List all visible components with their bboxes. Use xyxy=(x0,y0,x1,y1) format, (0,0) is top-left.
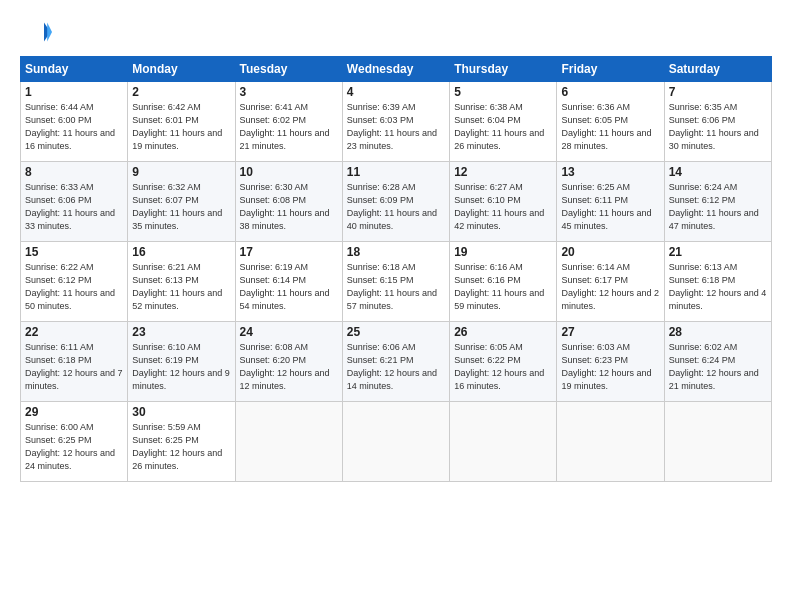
day-info: Sunrise: 6:27 AMSunset: 6:10 PMDaylight:… xyxy=(454,181,552,233)
day-number: 1 xyxy=(25,85,123,99)
table-row: 10Sunrise: 6:30 AMSunset: 6:08 PMDayligh… xyxy=(235,162,342,242)
calendar-week-row: 29Sunrise: 6:00 AMSunset: 6:25 PMDayligh… xyxy=(21,402,772,482)
day-info: Sunrise: 6:28 AMSunset: 6:09 PMDaylight:… xyxy=(347,181,445,233)
day-number: 18 xyxy=(347,245,445,259)
col-thursday: Thursday xyxy=(450,57,557,82)
table-row: 25Sunrise: 6:06 AMSunset: 6:21 PMDayligh… xyxy=(342,322,449,402)
day-number: 13 xyxy=(561,165,659,179)
day-number: 9 xyxy=(132,165,230,179)
table-row: 20Sunrise: 6:14 AMSunset: 6:17 PMDayligh… xyxy=(557,242,664,322)
calendar-table: Sunday Monday Tuesday Wednesday Thursday… xyxy=(20,56,772,482)
col-tuesday: Tuesday xyxy=(235,57,342,82)
day-info: Sunrise: 6:41 AMSunset: 6:02 PMDaylight:… xyxy=(240,101,338,153)
table-row: 26Sunrise: 6:05 AMSunset: 6:22 PMDayligh… xyxy=(450,322,557,402)
day-info: Sunrise: 6:32 AMSunset: 6:07 PMDaylight:… xyxy=(132,181,230,233)
col-saturday: Saturday xyxy=(664,57,771,82)
table-row: 7Sunrise: 6:35 AMSunset: 6:06 PMDaylight… xyxy=(664,82,771,162)
logo-area xyxy=(20,16,56,48)
day-info: Sunrise: 6:03 AMSunset: 6:23 PMDaylight:… xyxy=(561,341,659,393)
col-sunday: Sunday xyxy=(21,57,128,82)
day-info: Sunrise: 6:13 AMSunset: 6:18 PMDaylight:… xyxy=(669,261,767,313)
day-number: 28 xyxy=(669,325,767,339)
table-row: 17Sunrise: 6:19 AMSunset: 6:14 PMDayligh… xyxy=(235,242,342,322)
svg-marker-1 xyxy=(47,22,52,41)
day-number: 21 xyxy=(669,245,767,259)
table-row: 30Sunrise: 5:59 AMSunset: 6:25 PMDayligh… xyxy=(128,402,235,482)
col-wednesday: Wednesday xyxy=(342,57,449,82)
table-row: 24Sunrise: 6:08 AMSunset: 6:20 PMDayligh… xyxy=(235,322,342,402)
day-number: 11 xyxy=(347,165,445,179)
table-row: 23Sunrise: 6:10 AMSunset: 6:19 PMDayligh… xyxy=(128,322,235,402)
table-row: 2Sunrise: 6:42 AMSunset: 6:01 PMDaylight… xyxy=(128,82,235,162)
table-row: 13Sunrise: 6:25 AMSunset: 6:11 PMDayligh… xyxy=(557,162,664,242)
day-number: 2 xyxy=(132,85,230,99)
table-row: 22Sunrise: 6:11 AMSunset: 6:18 PMDayligh… xyxy=(21,322,128,402)
day-info: Sunrise: 6:19 AMSunset: 6:14 PMDaylight:… xyxy=(240,261,338,313)
day-info: Sunrise: 6:05 AMSunset: 6:22 PMDaylight:… xyxy=(454,341,552,393)
day-info: Sunrise: 6:24 AMSunset: 6:12 PMDaylight:… xyxy=(669,181,767,233)
col-monday: Monday xyxy=(128,57,235,82)
day-number: 23 xyxy=(132,325,230,339)
day-info: Sunrise: 6:08 AMSunset: 6:20 PMDaylight:… xyxy=(240,341,338,393)
col-friday: Friday xyxy=(557,57,664,82)
day-info: Sunrise: 6:00 AMSunset: 6:25 PMDaylight:… xyxy=(25,421,123,473)
page: Sunday Monday Tuesday Wednesday Thursday… xyxy=(0,0,792,612)
table-row xyxy=(342,402,449,482)
day-number: 22 xyxy=(25,325,123,339)
calendar-week-row: 1Sunrise: 6:44 AMSunset: 6:00 PMDaylight… xyxy=(21,82,772,162)
calendar-week-row: 15Sunrise: 6:22 AMSunset: 6:12 PMDayligh… xyxy=(21,242,772,322)
day-number: 17 xyxy=(240,245,338,259)
day-info: Sunrise: 6:18 AMSunset: 6:15 PMDaylight:… xyxy=(347,261,445,313)
logo-icon xyxy=(20,16,52,48)
table-row: 19Sunrise: 6:16 AMSunset: 6:16 PMDayligh… xyxy=(450,242,557,322)
day-info: Sunrise: 6:36 AMSunset: 6:05 PMDaylight:… xyxy=(561,101,659,153)
day-info: Sunrise: 6:38 AMSunset: 6:04 PMDaylight:… xyxy=(454,101,552,153)
day-info: Sunrise: 6:02 AMSunset: 6:24 PMDaylight:… xyxy=(669,341,767,393)
calendar-week-row: 8Sunrise: 6:33 AMSunset: 6:06 PMDaylight… xyxy=(21,162,772,242)
table-row: 14Sunrise: 6:24 AMSunset: 6:12 PMDayligh… xyxy=(664,162,771,242)
table-row: 21Sunrise: 6:13 AMSunset: 6:18 PMDayligh… xyxy=(664,242,771,322)
table-row xyxy=(450,402,557,482)
day-number: 12 xyxy=(454,165,552,179)
table-row: 3Sunrise: 6:41 AMSunset: 6:02 PMDaylight… xyxy=(235,82,342,162)
day-info: Sunrise: 6:25 AMSunset: 6:11 PMDaylight:… xyxy=(561,181,659,233)
header xyxy=(20,16,772,48)
day-number: 10 xyxy=(240,165,338,179)
table-row: 11Sunrise: 6:28 AMSunset: 6:09 PMDayligh… xyxy=(342,162,449,242)
day-info: Sunrise: 6:10 AMSunset: 6:19 PMDaylight:… xyxy=(132,341,230,393)
table-row: 12Sunrise: 6:27 AMSunset: 6:10 PMDayligh… xyxy=(450,162,557,242)
day-info: Sunrise: 6:14 AMSunset: 6:17 PMDaylight:… xyxy=(561,261,659,313)
day-info: Sunrise: 6:21 AMSunset: 6:13 PMDaylight:… xyxy=(132,261,230,313)
day-number: 24 xyxy=(240,325,338,339)
day-number: 6 xyxy=(561,85,659,99)
day-info: Sunrise: 6:22 AMSunset: 6:12 PMDaylight:… xyxy=(25,261,123,313)
day-number: 14 xyxy=(669,165,767,179)
table-row xyxy=(664,402,771,482)
day-number: 26 xyxy=(454,325,552,339)
day-number: 25 xyxy=(347,325,445,339)
day-info: Sunrise: 6:44 AMSunset: 6:00 PMDaylight:… xyxy=(25,101,123,153)
day-number: 8 xyxy=(25,165,123,179)
day-info: Sunrise: 6:42 AMSunset: 6:01 PMDaylight:… xyxy=(132,101,230,153)
table-row: 16Sunrise: 6:21 AMSunset: 6:13 PMDayligh… xyxy=(128,242,235,322)
calendar-header-row: Sunday Monday Tuesday Wednesday Thursday… xyxy=(21,57,772,82)
day-info: Sunrise: 5:59 AMSunset: 6:25 PMDaylight:… xyxy=(132,421,230,473)
table-row: 28Sunrise: 6:02 AMSunset: 6:24 PMDayligh… xyxy=(664,322,771,402)
table-row: 9Sunrise: 6:32 AMSunset: 6:07 PMDaylight… xyxy=(128,162,235,242)
table-row: 6Sunrise: 6:36 AMSunset: 6:05 PMDaylight… xyxy=(557,82,664,162)
table-row xyxy=(235,402,342,482)
day-number: 29 xyxy=(25,405,123,419)
table-row: 18Sunrise: 6:18 AMSunset: 6:15 PMDayligh… xyxy=(342,242,449,322)
day-info: Sunrise: 6:33 AMSunset: 6:06 PMDaylight:… xyxy=(25,181,123,233)
day-number: 5 xyxy=(454,85,552,99)
table-row xyxy=(557,402,664,482)
day-number: 7 xyxy=(669,85,767,99)
day-info: Sunrise: 6:30 AMSunset: 6:08 PMDaylight:… xyxy=(240,181,338,233)
day-number: 20 xyxy=(561,245,659,259)
day-info: Sunrise: 6:39 AMSunset: 6:03 PMDaylight:… xyxy=(347,101,445,153)
table-row: 27Sunrise: 6:03 AMSunset: 6:23 PMDayligh… xyxy=(557,322,664,402)
day-number: 15 xyxy=(25,245,123,259)
table-row: 1Sunrise: 6:44 AMSunset: 6:00 PMDaylight… xyxy=(21,82,128,162)
day-info: Sunrise: 6:16 AMSunset: 6:16 PMDaylight:… xyxy=(454,261,552,313)
day-number: 3 xyxy=(240,85,338,99)
